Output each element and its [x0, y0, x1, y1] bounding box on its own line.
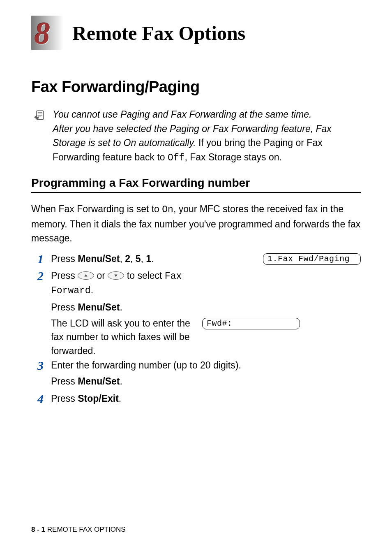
dot: .	[91, 285, 93, 295]
step-2-press: Press	[51, 270, 78, 281]
step-4: 4 Press Stop/Exit.	[31, 392, 361, 408]
step-1-body: Press Menu/Set, 2, 5, 1.	[51, 252, 256, 268]
key-5: 5	[136, 253, 141, 264]
page-number: 8 - 1	[31, 526, 45, 533]
fax-mono: Fax	[165, 271, 182, 282]
step-number: 1	[31, 252, 44, 266]
step-2-lcd-intro: The LCD will ask you to enter the fax nu…	[51, 317, 195, 358]
step-number: 3	[31, 359, 44, 372]
footer-label: REMOTE FAX OPTIONS	[47, 526, 126, 533]
step-2-body: Press or to select Fax Forward. Press Me…	[51, 269, 361, 358]
step-3-body: Enter the forwarding number (up to 20 di…	[51, 359, 361, 391]
chapter-header: 8 Remote Fax Options	[31, 16, 361, 50]
dot: .	[119, 393, 121, 404]
step-3-line1: Enter the forwarding number (up to 20 di…	[51, 359, 361, 372]
step-3-press: Press	[51, 376, 78, 387]
step-2: 2 Press or to select Fax Forward.	[31, 269, 361, 358]
step-number: 2	[31, 269, 44, 283]
menuset-key: Menu/Set	[78, 376, 120, 387]
step-number: 4	[31, 392, 44, 405]
dot: .	[120, 302, 122, 313]
step-3: 3 Enter the forwarding number (up to 20 …	[31, 359, 361, 391]
page-footer: 8 - 1 REMOTE FAX OPTIONS	[31, 526, 126, 534]
note-line2-tail: , Fax Storage stays on.	[184, 152, 282, 162]
section-heading-fax-forwarding-paging: Fax Forwarding/Paging	[31, 78, 361, 96]
step-2-or: or	[97, 270, 108, 281]
note-off-mono: Off	[168, 153, 184, 163]
steps-list: 1 Press Menu/Set, 2, 5, 1. 1.Fax Fwd/Pag…	[31, 252, 361, 408]
lcd-display-fwd-number: Fwd#:	[202, 318, 300, 329]
stop-exit-key: Stop/Exit	[78, 393, 119, 404]
intro-on: On	[162, 204, 173, 215]
down-arrow-key-icon	[108, 271, 124, 280]
chapter-number: 8	[35, 17, 50, 49]
note-block: You cannot use Paging and Fax Forwarding…	[31, 107, 361, 165]
key-1: 1	[146, 253, 151, 264]
intro-paragraph: When Fax Forwarding is set to On, your M…	[31, 202, 361, 246]
forward-mono: Forward	[51, 285, 91, 296]
section-heading-programming-fax-forwarding-number: Programming a Fax Forwarding number	[31, 176, 361, 193]
note-line1: You cannot use Paging and Fax Forwarding…	[53, 109, 311, 120]
key-2: 2	[125, 253, 130, 264]
chapter-title: Remote Fax Options	[72, 22, 245, 44]
step-2-press2: Press	[51, 302, 78, 313]
sep: ,	[141, 253, 146, 264]
intro-a: When Fax Forwarding is set to	[31, 204, 162, 214]
dot: .	[151, 253, 154, 264]
step-4-press: Press	[51, 393, 78, 404]
up-arrow-key-icon	[78, 271, 94, 280]
menuset-key: Menu/Set	[78, 302, 120, 313]
step-1-press: Press	[51, 253, 78, 264]
step-4-body: Press Stop/Exit.	[51, 392, 361, 408]
dot: .	[120, 376, 122, 387]
chapter-number-box: 8	[31, 16, 63, 50]
note-text: You cannot use Paging and Fax Forwarding…	[53, 107, 361, 165]
lcd-display-fax-fwd-paging: 1.Fax Fwd/Paging	[263, 253, 361, 265]
menuset-key: Menu/Set	[78, 253, 120, 264]
note-icon	[32, 107, 47, 165]
step-1: 1 Press Menu/Set, 2, 5, 1. 1.Fax Fwd/Pag…	[31, 252, 361, 268]
sep: ,	[130, 253, 136, 264]
step-2-to-select: to select	[127, 270, 165, 281]
sep: ,	[120, 253, 125, 264]
